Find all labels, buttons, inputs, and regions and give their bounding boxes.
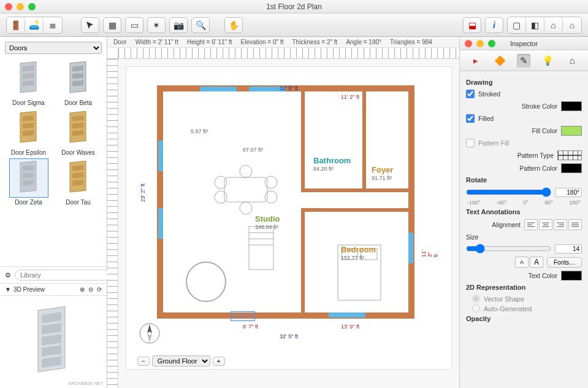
ruler-horizontal[interactable]: [118, 48, 459, 59]
text-annotations-heading: Text Annotations: [466, 208, 582, 215]
floor-prev-button[interactable]: −: [137, 357, 150, 366]
library-search-input[interactable]: [15, 270, 110, 281]
interior-wall[interactable]: [301, 208, 305, 312]
library-item[interactable]: Door Waves: [55, 109, 102, 156]
align-center-button[interactable]: [539, 219, 552, 230]
interior-wall[interactable]: [362, 91, 366, 190]
filled-label: Filled: [478, 115, 494, 122]
window[interactable]: [329, 312, 365, 317]
fonts-button[interactable]: Fonts…: [547, 257, 582, 268]
tab-2d-drawing[interactable]: ✎: [517, 54, 530, 68]
view-2d-button[interactable]: ▢: [508, 17, 526, 33]
size-label: Size: [466, 233, 478, 241]
window[interactable]: [158, 208, 163, 239]
mode-room-button[interactable]: 🚪: [7, 17, 25, 33]
wall-tool-button[interactable]: ▦: [103, 17, 121, 33]
view-split-button[interactable]: ⌂: [563, 17, 581, 33]
font-large-button[interactable]: A: [530, 257, 543, 268]
window[interactable]: [200, 87, 237, 91]
room-label[interactable]: Bedroom: [341, 245, 376, 254]
rotate-value-input[interactable]: [555, 188, 582, 197]
room-tool-button[interactable]: ▭: [125, 17, 143, 33]
tab-materials[interactable]: 🔶: [493, 54, 506, 68]
rotate-tick-label: 0°: [523, 200, 529, 206]
stroked-checkbox[interactable]: [466, 90, 475, 98]
3d-export-button[interactable]: ⬓: [463, 17, 481, 33]
room-label[interactable]: Foyer: [372, 165, 393, 174]
info-button[interactable]: i: [485, 17, 503, 33]
interior-wall[interactable]: [301, 188, 408, 192]
archibase-watermark: ARCHIBASE NET: [69, 381, 103, 386]
rotate-preview-icon[interactable]: ⟳: [97, 286, 102, 293]
filled-checkbox[interactable]: [466, 114, 475, 123]
floor-next-button[interactable]: +: [213, 357, 225, 366]
preview-header: ▼ 3D Preview ⊕ ⊖ ⟳: [0, 283, 107, 296]
area-annotation: 5.87 ft²: [191, 128, 208, 134]
canvas-viewport[interactable]: Bathroom84.20 ft²Foyer91.71 ft²Studio346…: [118, 59, 459, 388]
size-slider[interactable]: [466, 244, 551, 254]
pattern-fill-checkbox[interactable]: [466, 139, 475, 147]
status-elevation: Elevation = 0" ft: [241, 39, 284, 45]
zoom-in-icon[interactable]: ⊕: [80, 286, 85, 293]
dimension-label: 6' 7" ft: [243, 324, 258, 330]
view-elevation-button[interactable]: ⌂: [544, 17, 563, 33]
library-item[interactable]: Door Sigma: [5, 59, 52, 106]
window[interactable]: [158, 141, 163, 171]
room-area-label: 152.77 ft²: [341, 255, 364, 261]
select-tool-button[interactable]: [81, 17, 99, 33]
library-category-select[interactable]: Doors: [5, 42, 102, 54]
window-title: 1st Floor 2d Plan: [0, 2, 588, 11]
library-item[interactable]: Door Epsilon: [5, 109, 52, 156]
zoom-out-icon[interactable]: ⊖: [88, 286, 93, 293]
mode-furniture-button[interactable]: 🛋️: [25, 17, 44, 33]
interior-wall[interactable]: [301, 91, 305, 190]
library-item[interactable]: Door Beta: [55, 59, 102, 106]
view-3d-button[interactable]: ◧: [526, 17, 544, 33]
stroke-color-swatch[interactable]: [561, 101, 582, 111]
tab-cameras[interactable]: ⌂: [565, 54, 579, 68]
tab-lights[interactable]: 💡: [541, 54, 555, 68]
align-right-button[interactable]: [554, 219, 567, 230]
status-thickness: Thickness = 2" ft: [292, 39, 338, 45]
room-area-label: 91.71 ft²: [372, 175, 392, 181]
library-item-label: Door Sigma: [5, 99, 52, 106]
align-justify-button[interactable]: [568, 219, 582, 230]
area-annotation: 67.07 ft²: [243, 147, 263, 153]
pan-tool-button[interactable]: ✋: [224, 17, 243, 33]
measure-tool-button[interactable]: ✶: [147, 17, 166, 33]
align-left-button[interactable]: [524, 219, 538, 230]
library-footer: ⚙︎: [0, 266, 107, 283]
room-label[interactable]: Studio: [255, 214, 280, 223]
tab-object-properties[interactable]: ▸: [469, 54, 483, 68]
status-width: Width = 2' 11" ft: [136, 39, 178, 45]
fill-color-swatch[interactable]: [561, 126, 582, 136]
floor-select[interactable]: Ground Floor: [152, 355, 210, 367]
camera-tool-button[interactable]: 📷: [169, 17, 188, 33]
view-layout-group: ▢ ◧ ⌂ ⌂: [507, 17, 582, 34]
selected-door[interactable]: [231, 311, 255, 321]
gear-icon[interactable]: ⚙︎: [5, 271, 11, 279]
mode-list-button[interactable]: ≣: [44, 17, 62, 33]
pattern-color-swatch[interactable]: [561, 163, 582, 173]
rotate-heading: Rotate: [466, 176, 582, 184]
library-item[interactable]: Door Tau: [55, 158, 102, 206]
pattern-type-picker[interactable]: [557, 150, 582, 160]
zoom-tool-button[interactable]: 🔍: [191, 17, 210, 33]
size-value-input[interactable]: [555, 244, 582, 254]
svg-point-44: [240, 202, 252, 214]
rotate-slider[interactable]: [466, 187, 551, 197]
vector-shape-radio[interactable]: [472, 295, 480, 303]
library-grid: Door SigmaDoor BetaDoor EpsilonDoor Wave…: [0, 56, 107, 266]
3d-preview-viewport[interactable]: ARCHIBASE NET: [0, 296, 107, 388]
text-color-swatch[interactable]: [561, 271, 582, 281]
disclosure-triangle-icon[interactable]: ▼: [5, 286, 11, 293]
preview-title: 3D Preview: [13, 286, 45, 293]
ruler-vertical[interactable]: [107, 59, 118, 388]
auto-generated-radio[interactable]: [472, 305, 480, 312]
library-item[interactable]: Door Zeta: [5, 158, 52, 206]
interior-wall[interactable]: [301, 208, 408, 212]
text-color-label: Text Color: [466, 272, 557, 279]
font-small-button[interactable]: A: [515, 257, 529, 268]
room-label[interactable]: Bathroom: [313, 156, 351, 165]
window[interactable]: [408, 233, 413, 263]
